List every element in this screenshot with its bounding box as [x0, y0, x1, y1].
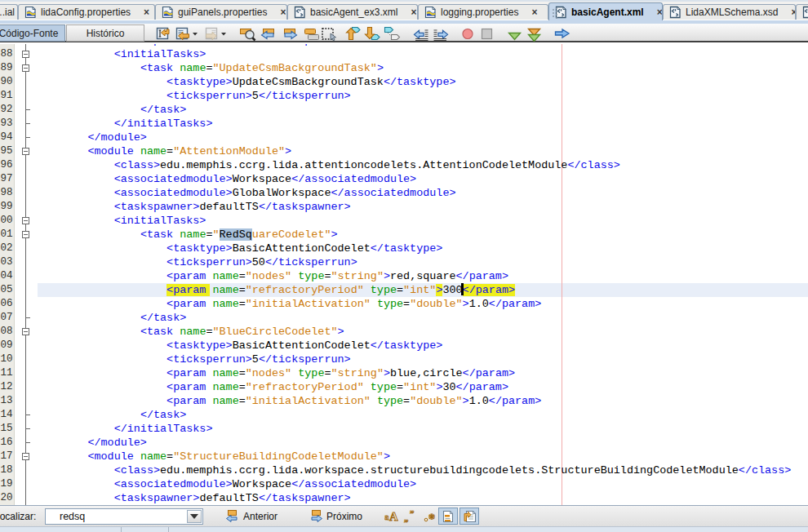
svg-text:*: *: [428, 512, 435, 524]
svg-text:A: A: [389, 510, 398, 523]
svg-text:„: „: [404, 513, 409, 523]
svg-text:”: ”: [410, 509, 415, 518]
